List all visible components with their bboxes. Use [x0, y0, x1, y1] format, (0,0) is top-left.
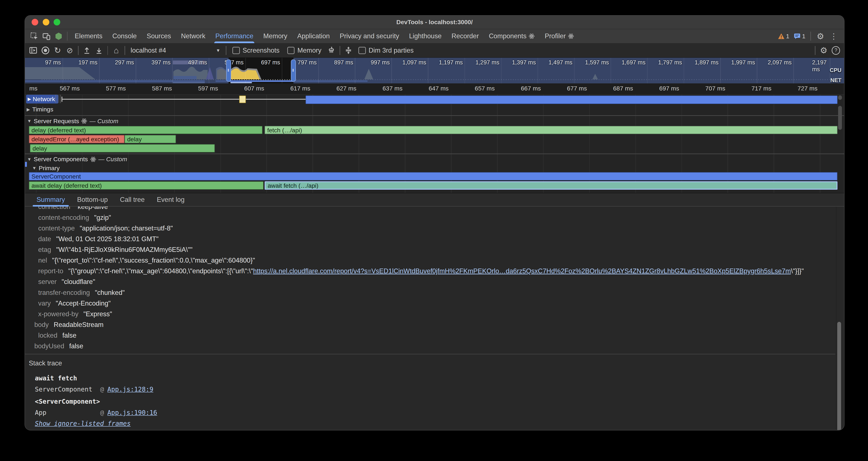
tabbar-right-controls: 1 1 ⚙ ⋮ — [776, 30, 841, 42]
save-profile-icon[interactable] — [93, 44, 105, 56]
property-row-date: date"Wed, 01 Oct 2025 18:32:01 GMT" — [25, 234, 844, 244]
property-value: false — [62, 332, 76, 339]
minimize-window-button[interactable] — [43, 19, 49, 25]
timeline-event-bar[interactable]: ServerComponent — [29, 172, 838, 180]
timeline-event-bar[interactable]: delay — [30, 144, 215, 152]
details-tab-call-tree[interactable]: Call tree — [114, 193, 151, 206]
overview-time-label: 997 ms — [371, 59, 390, 66]
history-select[interactable]: localhost #4 ▼ — [127, 45, 224, 56]
timeline-event-bar[interactable]: delay — [125, 135, 176, 143]
performance-toolbar: ↻ ⊘ ⌂ localhost #4 ▼ Screenshots Memory — [25, 44, 844, 58]
collect-garbage-icon[interactable] — [325, 44, 337, 56]
section-divider — [25, 354, 835, 354]
tab-lighthouse[interactable]: Lighthouse — [404, 29, 446, 43]
capture-settings-gear-icon[interactable]: ⚙ — [817, 44, 830, 56]
memory-checkbox[interactable]: Memory — [287, 47, 321, 54]
timeline-event-bar[interactable]: await delay (deferred text) — [29, 181, 264, 190]
network-request-bar[interactable] — [239, 95, 246, 103]
close-window-button[interactable] — [32, 19, 38, 25]
clear-icon[interactable]: ⊘ — [64, 44, 76, 56]
property-key: content-type — [38, 225, 75, 232]
tab-label: Components — [489, 32, 526, 40]
property-row-connection: connection"keep-alive" — [25, 206, 844, 212]
summary-scrollbar-track[interactable] — [836, 206, 841, 430]
details-tab-summary[interactable]: Summary — [31, 193, 71, 206]
tab-console[interactable]: Console — [107, 29, 142, 43]
summary-scrollbar-thumb[interactable] — [837, 322, 841, 430]
warnings-badge[interactable]: 1 — [776, 33, 791, 40]
property-row-server: server"cloudflare" — [25, 277, 844, 287]
timeline-event-bar[interactable]: delayedError (…ayed exception) — [29, 135, 125, 143]
tab-label: Console — [112, 32, 137, 40]
property-key: vary — [38, 299, 51, 307]
tab-application[interactable]: Application — [292, 29, 335, 43]
tab-sources[interactable]: Sources — [142, 29, 176, 43]
report-url-link[interactable]: https://a.nel.cloudflare.com/report/v4?s… — [253, 267, 791, 275]
tab-label: Profiler — [545, 32, 566, 40]
track-drag-handle[interactable] — [55, 95, 61, 103]
overview-time-label: 1,797 ms — [658, 59, 682, 66]
settings-gear-icon[interactable]: ⚙ — [814, 30, 827, 42]
details-tab-bottom-up[interactable]: Bottom-up — [71, 193, 114, 206]
tab-network[interactable]: Network — [176, 29, 210, 43]
group-primary-label[interactable]: ▼ Primary — [32, 165, 60, 172]
stack-component-label: <ServerComponent> — [35, 396, 844, 407]
frame-at: @ — [100, 409, 104, 416]
node-icon[interactable] — [53, 30, 65, 42]
tab-elements[interactable]: Elements — [70, 29, 107, 43]
window-right-handle[interactable]: ‖ — [291, 59, 296, 82]
overview-time-label: 2,197 ms — [812, 59, 828, 73]
help-icon[interactable]: ? — [830, 44, 842, 56]
dim-3rd-parties-checkbox[interactable]: Dim 3rd parties — [359, 47, 413, 54]
zoom-window-button[interactable] — [54, 19, 60, 25]
device-toolbar-icon[interactable] — [40, 30, 53, 42]
track-timings-label[interactable]: ▶ Timings — [27, 106, 53, 113]
overview-time-label: 1,997 ms — [731, 59, 755, 66]
property-value: "Accept-Encoding" — [56, 299, 111, 307]
issues-badge[interactable]: 1 — [792, 33, 807, 40]
kebab-menu-icon[interactable]: ⋮ — [828, 30, 840, 42]
ruler-time-label: 717 ms — [751, 85, 771, 92]
ruler-time-label: 577 ms — [106, 85, 126, 92]
show-ignore-listed-frames-link[interactable]: Show ignore-listed frames — [35, 420, 130, 427]
shortcut-dialog-icon[interactable] — [342, 44, 354, 56]
flame-chart-tracks: ▶ Network ▶ Timings ▼ Server Requests — … — [25, 95, 844, 193]
network-request-bar[interactable] — [306, 95, 838, 104]
stack-frame: App@App.js:190:16 — [35, 407, 844, 418]
overview-gridline — [793, 58, 794, 83]
timeline-event-bar[interactable]: await fetch (…/api) — [265, 181, 838, 190]
track-network-label[interactable]: ▶ Network — [26, 95, 59, 103]
overview-gridline — [209, 58, 209, 83]
tab-performance[interactable]: Performance — [210, 29, 258, 43]
toggle-sidebar-icon[interactable] — [27, 44, 39, 56]
frame-location-link[interactable]: App.js:190:16 — [107, 409, 157, 416]
track-server-components-label[interactable]: ▼ Server Components — Custom — [27, 156, 127, 163]
property-key: date — [38, 235, 51, 243]
tracks-scrollbar[interactable] — [838, 95, 842, 100]
ruler-time-label: 627 ms — [336, 85, 356, 92]
inspect-element-icon[interactable] — [28, 30, 40, 42]
tab-recorder[interactable]: Recorder — [446, 29, 484, 43]
load-profile-icon[interactable] — [81, 44, 93, 56]
timeline-event-bar[interactable]: delay (deferred text) — [29, 126, 262, 134]
record-and-reload-icon[interactable]: ↻ — [52, 44, 64, 56]
property-row-content-type: content-type"application/json; charset=u… — [25, 223, 844, 234]
timeline-overview[interactable]: 97 ms197 ms297 ms397 ms497 ms597 ms697 m… — [25, 58, 844, 83]
tab-profiler[interactable]: Profiler — [540, 29, 579, 43]
record-icon[interactable] — [39, 44, 52, 56]
details-tab-event-log[interactable]: Event log — [151, 193, 191, 206]
toolbar-separator — [226, 46, 226, 55]
overview-gridline — [428, 58, 429, 83]
tracks-scrollbar-thumb[interactable] — [838, 106, 842, 129]
screenshots-checkbox[interactable]: Screenshots — [232, 47, 279, 54]
tab-components[interactable]: Components — [484, 29, 540, 43]
toolbar-separator — [78, 46, 79, 55]
live-metrics-home-icon[interactable]: ⌂ — [110, 44, 122, 56]
track-server-requests-label[interactable]: ▼ Server Requests — Custom — [27, 118, 118, 125]
timeline-event-bar[interactable]: fetch (…/api) — [265, 126, 838, 134]
frame-location-link[interactable]: App.js:128:9 — [107, 385, 153, 393]
tab-privacy-and-security[interactable]: Privacy and security — [335, 29, 404, 43]
tab-memory[interactable]: Memory — [258, 29, 292, 43]
window-left-handle[interactable]: ‖ — [226, 59, 231, 82]
property-key: x-powered-by — [38, 310, 79, 318]
